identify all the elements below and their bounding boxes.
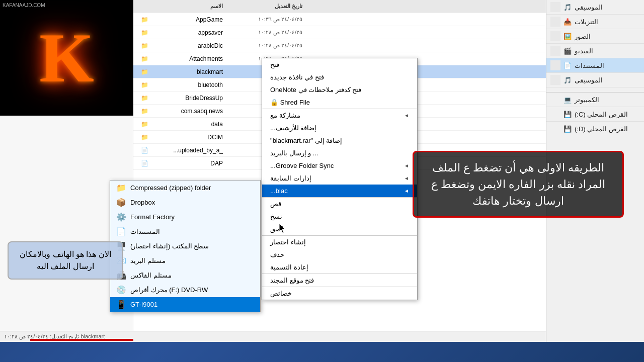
- sidebar-item-downloads[interactable]: التنزيلات 📥: [546, 15, 644, 29]
- ctx-shred[interactable]: Shred File 🔒: [262, 96, 417, 109]
- pictures-icon: 🖼️: [564, 33, 572, 40]
- ctx-share-arrow: ◄: [404, 113, 409, 118]
- folder-icon: 📁: [137, 108, 148, 115]
- ctx-prev-vers-label: إدارات السابقة: [270, 174, 311, 182]
- sendto-documents[interactable]: 📄 المستندات: [110, 224, 260, 239]
- sendto-dvd[interactable]: 💿 محرك أقراص (F:) DVD-RW: [110, 283, 260, 297]
- dropbox-label: Dropbox: [130, 199, 155, 206]
- folder-icon: 📁: [137, 121, 148, 128]
- documents-send-icon: 📄: [116, 227, 126, 236]
- left-tooltip-text: الان هذا هو الهاتف وبالامكان ارسال الملف…: [20, 250, 111, 270]
- sidebar-item-video[interactable]: الفيديو 🎬: [546, 44, 644, 58]
- ctx-sendto-arrow: ◄: [404, 188, 409, 194]
- sendto-format-factory[interactable]: ⚙️ Format Factory: [110, 210, 260, 224]
- sendto-desktop[interactable]: 🖥️ سطح المكتب (إنشاء اختصار): [110, 239, 260, 253]
- ctx-cut[interactable]: قص: [262, 198, 417, 210]
- sidebar-item-drive-c[interactable]: القرص المحلي (C:) 💾: [546, 107, 644, 122]
- ctx-shortcut-label: إنشاء اختصار: [270, 238, 306, 246]
- sendto-dropbox[interactable]: 📦 Dropbox: [110, 195, 260, 210]
- video-label: الفيديو: [575, 47, 593, 55]
- ctx-copy[interactable]: نسخ: [262, 210, 417, 223]
- ctx-shortcut[interactable]: إنشاء اختصار: [262, 236, 417, 248]
- ctx-archive[interactable]: إضافة للأرشيف...: [262, 122, 417, 134]
- music-label: الموسيقى: [575, 4, 603, 11]
- k-logo-area: K KAFANAAJD.COM: [0, 0, 133, 116]
- documents-icon: 📄: [564, 62, 572, 69]
- compressed-label: Compressed (zipped) folder: [130, 184, 211, 192]
- ctx-prev-vers-arrow: ◄: [404, 175, 409, 181]
- music-icon: 🎵: [564, 4, 572, 11]
- ctx-copy-label: نسخ: [270, 213, 282, 220]
- sendto-compressed[interactable]: 📁 Compressed (zipped) folder: [110, 180, 260, 195]
- row-name: arabicDic: [152, 42, 223, 49]
- folder-icon: 📁: [137, 29, 148, 36]
- sendto-fax[interactable]: 📠 مستلم الفاكس: [110, 268, 260, 283]
- ctx-share-label: مشاركة مع: [270, 112, 300, 119]
- ctx-send-email[interactable]: ... و إرسال بالبريد: [262, 147, 417, 159]
- folder-thumb: [550, 17, 560, 27]
- sidebar-item-music[interactable]: الموسيقى 🎵: [546, 0, 644, 15]
- sidebar-item-music2[interactable]: الموسيقى 🎵: [546, 73, 644, 87]
- ctx-delete[interactable]: حذف: [262, 248, 417, 261]
- ctx-rename[interactable]: إعادة التسمية: [262, 261, 417, 274]
- compressed-icon: 📁: [116, 183, 126, 193]
- ctx-cut-label: قص: [270, 200, 281, 208]
- folder-icon: 📁: [137, 55, 148, 62]
- left-tooltip: الان هذا هو الهاتف وبالامكان ارسال الملف…: [8, 241, 123, 280]
- ctx-open-location-label: فتح موقع المجند: [270, 277, 314, 284]
- ctx-shred-label: Shred File 🔒: [270, 99, 310, 106]
- folder-icon: 📁: [137, 134, 148, 141]
- sendto-phone[interactable]: 📱 GT-I9001: [110, 297, 260, 312]
- format-factory-icon: ⚙️: [116, 212, 126, 222]
- computer-icon: 💻: [564, 96, 572, 104]
- drive-c-icon: 💾: [564, 111, 572, 118]
- documents-send-label: المستندات: [130, 228, 160, 235]
- drive-d-thumb: [550, 124, 560, 134]
- video-icon: 🎬: [564, 47, 572, 55]
- ctx-onenote[interactable]: فتح كدفتر ملاحظات في OneNote: [262, 83, 417, 96]
- ctx-groove[interactable]: ◄ Groove Folder Sync...: [262, 159, 417, 172]
- row-name: com.sabq.news: [152, 108, 223, 115]
- row-name: BrideDressUp: [152, 95, 223, 102]
- drive-d-icon: 💾: [564, 125, 572, 133]
- ctx-open[interactable]: فتح: [262, 58, 417, 71]
- col-name: الاسم: [152, 3, 223, 10]
- ctx-add-rar[interactable]: إضافة إلى "blackmart.rar": [262, 134, 417, 147]
- row-name: bluetooth: [152, 81, 223, 88]
- ctx-sendto[interactable]: ◄ blac...: [262, 185, 417, 197]
- sidebar-item-documents[interactable]: المستندات 📄: [546, 58, 644, 73]
- folder-icon: 📁: [137, 95, 148, 102]
- ctx-prev-vers[interactable]: ◄ إدارات السابقة: [262, 172, 417, 185]
- ctx-send-email-label: ... و إرسال بالبريد: [270, 149, 318, 157]
- sidebar-item-pictures[interactable]: الصور 🖼️: [546, 29, 644, 44]
- folder-thumb: [550, 46, 560, 56]
- format-factory-label: Format Factory: [130, 213, 175, 221]
- ctx-add-rar-label: إضافة إلى "blackmart.rar": [270, 137, 342, 144]
- row-date: ٢٤/٠٤/٢٥ ص ١٠:٢٨: [227, 42, 302, 49]
- file-icon: 📄: [137, 160, 148, 167]
- desktop: K KAFANAAJD.COM النوع تاريخ التعديل الاس…: [0, 0, 644, 362]
- ctx-properties[interactable]: خصائص: [262, 287, 417, 300]
- ctx-rename-label: إعادة التسمية: [270, 263, 308, 271]
- ctx-open-new-label: فتح في نافذة جديدة: [270, 73, 324, 81]
- ctx-open-new[interactable]: فتح في نافذة جديدة: [262, 71, 417, 83]
- ctx-open-location[interactable]: فتح موقع المجند: [262, 274, 417, 287]
- mouse-cursor: [279, 224, 286, 234]
- ctx-share[interactable]: ◄ مشاركة مع: [262, 109, 417, 122]
- folder-thumb: [550, 60, 560, 70]
- k-logo-letter: K: [39, 23, 94, 93]
- desktop-label: سطح المكتب (إنشاء اختصار): [130, 242, 209, 250]
- drive-d-label: القرص المحلي (D:): [575, 125, 628, 133]
- sidebar-item-drive-d[interactable]: القرص المحلي (D:) 💾: [546, 122, 644, 136]
- ctx-properties-label: خصائص: [270, 290, 292, 297]
- row-name: appsaver: [152, 29, 223, 36]
- sidebar-divider: [546, 87, 644, 93]
- row-name: _uploaded_by_a...: [152, 147, 223, 154]
- ctx-groove-arrow: ◄: [404, 163, 409, 168]
- sendto-mail[interactable]: ✉️ مستلم البريد: [110, 253, 260, 268]
- sidebar-item-computer[interactable]: الكمبيوتر 💻: [546, 93, 644, 107]
- row-name: DAP: [152, 160, 223, 167]
- row-name: data: [152, 121, 223, 128]
- pictures-label: الصور: [575, 33, 591, 40]
- row-date: ٢٤/٠٤/٢٥ ص ١٠:٢٨: [227, 29, 302, 36]
